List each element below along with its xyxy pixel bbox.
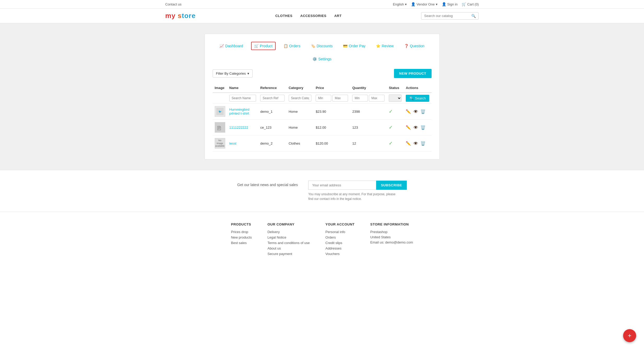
- nav-clothes[interactable]: CLOTHES: [275, 14, 293, 18]
- footer-addresses[interactable]: Addresses: [326, 246, 355, 250]
- search-button[interactable]: 🔍 Search: [406, 95, 429, 102]
- contact-us-link[interactable]: Contact us: [165, 2, 182, 6]
- tab-settings[interactable]: ⚙️ Settings: [310, 55, 334, 63]
- tab-question[interactable]: ❓ Question: [402, 42, 427, 50]
- footer-new-products[interactable]: New products: [231, 235, 252, 239]
- row3-status-icon: ✓: [389, 141, 393, 146]
- row2-view-icon[interactable]: 👁️: [413, 125, 418, 130]
- search-category-input[interactable]: [289, 95, 312, 102]
- search-qty-min-input[interactable]: [352, 95, 368, 102]
- language-chevron-icon: ▾: [405, 2, 407, 6]
- row2-ref-cell: ce_123: [258, 120, 286, 135]
- search-price-cell: [314, 93, 350, 104]
- row1-ref-cell: demo_1: [258, 104, 286, 120]
- row2-image-cell: 🖹: [213, 120, 227, 135]
- logo[interactable]: my store: [165, 12, 196, 20]
- category-filter[interactable]: Filter By Categories ▾: [213, 69, 253, 78]
- footer-vouchers[interactable]: Vouchers: [326, 252, 355, 256]
- search-qty-max-input[interactable]: [369, 95, 385, 102]
- footer-best-sales[interactable]: Best sales: [231, 241, 252, 245]
- table-row: 🐦 Hummingbird printed t-shirt demo_1 Hom…: [213, 104, 432, 120]
- vendor-icon: 👤: [411, 2, 415, 6]
- filter-row: Filter By Categories ▾ NEW PRODUCT: [213, 69, 432, 78]
- tab-order-pay-label: Order Pay: [349, 44, 365, 48]
- row3-delete-icon[interactable]: 🗑️: [420, 141, 426, 146]
- search-btn-cell: 🔍 Search: [404, 93, 431, 104]
- filter-chevron-icon: ▾: [247, 72, 249, 75]
- row1-thumbnail: 🐦: [215, 106, 225, 117]
- row3-view-icon[interactable]: 👁️: [413, 141, 418, 146]
- search-price-max-input[interactable]: [332, 95, 348, 102]
- cart-link[interactable]: 🛒 Cart (0): [462, 2, 479, 6]
- tab-orders[interactable]: 📋 Orders: [281, 42, 303, 50]
- row2-price-cell: $12.00: [314, 120, 350, 135]
- search-category-cell: [287, 93, 314, 104]
- row2-product-link[interactable]: 1111222222: [229, 126, 248, 129]
- tab-review[interactable]: ⭐ Review: [373, 42, 396, 50]
- tab-order-pay[interactable]: 💳 Order Pay: [340, 42, 368, 50]
- tab-product[interactable]: 🛒 Product: [251, 42, 276, 50]
- col-image: Image: [213, 83, 227, 93]
- row3-edit-icon[interactable]: ✏️: [406, 141, 411, 146]
- row1-qty-cell: 2398: [350, 104, 387, 120]
- table-row: No image available tesst demo_2 Clothes …: [213, 135, 432, 151]
- product-table: Image Name Reference Category Price Quan…: [213, 83, 432, 151]
- search-name-cell: [227, 93, 258, 104]
- search-price-min-input[interactable]: [316, 95, 331, 102]
- row1-edit-icon[interactable]: ✏️: [406, 109, 411, 114]
- footer-personal-info[interactable]: Personal info: [326, 230, 355, 234]
- footer-secure-payment[interactable]: Secure payment: [268, 252, 310, 256]
- newsletter-cta: Get our latest news and special sales: [237, 181, 298, 187]
- new-product-button[interactable]: NEW PRODUCT: [394, 69, 432, 78]
- footer-legal-notice[interactable]: Legal Notice: [268, 235, 310, 239]
- footer-prices-drop[interactable]: Prices drop: [231, 230, 252, 234]
- footer-store-heading: STORE INFORMATION: [370, 222, 413, 226]
- search-name-input[interactable]: [229, 95, 256, 102]
- footer-credit-slips[interactable]: Credit slips: [326, 241, 355, 245]
- tab-dashboard[interactable]: 📈 Dashboard: [217, 42, 246, 50]
- discounts-icon: 🏷️: [311, 44, 315, 48]
- vendor-chevron-icon: ▾: [436, 2, 438, 6]
- svg-text:🐦: 🐦: [218, 110, 222, 113]
- signin-link[interactable]: 👤 Sign in: [442, 2, 458, 6]
- row1-product-link[interactable]: Hummingbird printed t-shirt: [229, 108, 250, 115]
- cart-label: Cart (0): [467, 2, 479, 6]
- catalog-search-icon[interactable]: 🔍: [471, 14, 476, 18]
- tab-discounts[interactable]: 🏷️ Discounts: [308, 42, 335, 50]
- vendor-selector[interactable]: 👤 Vendor One ▾: [411, 2, 437, 6]
- nav-accessories[interactable]: ACCESSORIES: [300, 14, 326, 18]
- search-qty-cell: [350, 93, 387, 104]
- row1-status-cell: ✓: [387, 104, 404, 120]
- tab-product-label: Product: [260, 44, 272, 48]
- subscribe-button[interactable]: SUBSCRIBE: [376, 181, 407, 190]
- search-ref-input[interactable]: [260, 95, 284, 102]
- row1-view-icon[interactable]: 👁️: [413, 109, 418, 114]
- col-price: Price: [314, 83, 350, 93]
- row1-delete-icon[interactable]: 🗑️: [420, 109, 426, 114]
- language-selector[interactable]: English ▾: [393, 2, 407, 6]
- dashboard-icon: 📈: [219, 44, 224, 48]
- footer-about[interactable]: About us: [268, 246, 310, 250]
- row3-actions-cell: ✏️ 👁️ 🗑️: [404, 135, 431, 151]
- footer-company: OUR COMPANY Delivery Legal Notice Terms …: [268, 222, 310, 257]
- row2-actions-cell: ✏️ 👁️ 🗑️: [404, 120, 431, 135]
- newsletter-note: You may unsubscribe at any moment. For t…: [308, 192, 397, 201]
- footer-delivery[interactable]: Delivery: [268, 230, 310, 234]
- search-status-select[interactable]: Active Inactive: [389, 94, 402, 102]
- tab-question-label: Question: [410, 44, 425, 48]
- footer-orders[interactable]: Orders: [326, 235, 355, 239]
- row2-edit-icon[interactable]: ✏️: [406, 125, 411, 130]
- tab-settings-label: Settings: [318, 57, 332, 61]
- table-search-row: Active Inactive 🔍 Search: [213, 93, 432, 104]
- newsletter-email-input[interactable]: [308, 181, 376, 190]
- row2-name-cell: 1111222222: [227, 120, 258, 135]
- tab-dashboard-label: Dashboard: [225, 44, 243, 48]
- svg-text:🖹: 🖹: [216, 125, 222, 132]
- row3-ref-cell: demo_2: [258, 135, 286, 151]
- catalog-search-box: 🔍: [421, 12, 479, 20]
- footer-terms[interactable]: Terms and conditions of use: [268, 241, 310, 245]
- row2-delete-icon[interactable]: 🗑️: [420, 125, 426, 130]
- catalog-search-input[interactable]: [424, 14, 471, 18]
- nav-art[interactable]: ART: [334, 14, 341, 18]
- row3-product-link[interactable]: tesst: [229, 141, 236, 145]
